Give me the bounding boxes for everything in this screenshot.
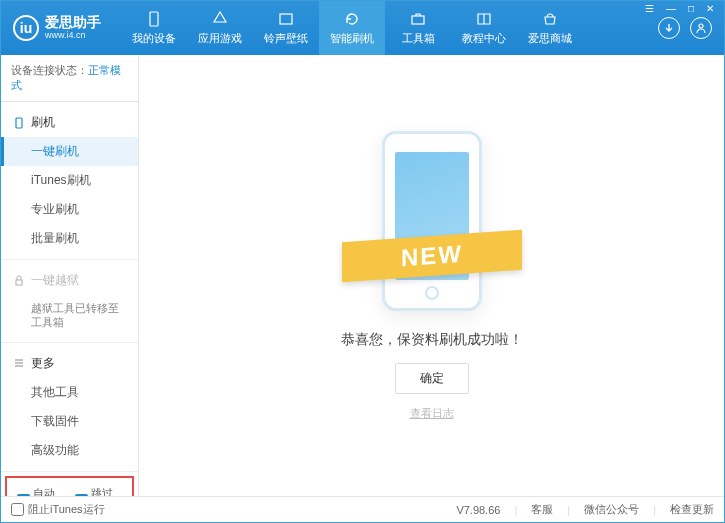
nav-my-device[interactable]: 我的设备 xyxy=(121,1,187,55)
nav-label: 工具箱 xyxy=(402,31,435,46)
cb-label: 阻止iTunes运行 xyxy=(28,502,105,517)
nav-flash[interactable]: 智能刷机 xyxy=(319,1,385,55)
svg-rect-0 xyxy=(150,12,158,26)
checkbox-highlight: 自动激活 跳过向导 xyxy=(5,476,134,496)
checkbox-block-itunes[interactable]: 阻止iTunes运行 xyxy=(11,502,105,517)
toolbox-icon xyxy=(409,10,427,28)
phone-icon xyxy=(145,10,163,28)
lock-icon xyxy=(13,275,25,287)
section-title: 一键越狱 xyxy=(31,272,79,289)
conn-label: 设备连接状态： xyxy=(11,64,88,76)
sidebar-item-oneclick[interactable]: 一键刷机 xyxy=(1,137,138,166)
ok-button[interactable]: 确定 xyxy=(395,363,469,394)
sidebar: 设备连接状态：正常模式 刷机 一键刷机 iTunes刷机 专业刷机 批量刷机 一… xyxy=(1,55,139,496)
brand-url: www.i4.cn xyxy=(45,31,101,41)
section-jailbreak: 一键越狱 xyxy=(1,266,138,295)
phone-icon xyxy=(13,117,25,129)
nav-label: 铃声壁纸 xyxy=(264,31,308,46)
view-log-link[interactable]: 查看日志 xyxy=(410,406,454,421)
section-more[interactable]: 更多 xyxy=(1,349,138,378)
service-link[interactable]: 客服 xyxy=(531,502,553,517)
separator: | xyxy=(653,504,656,516)
download-button[interactable] xyxy=(658,17,680,39)
wechat-link[interactable]: 微信公众号 xyxy=(584,502,639,517)
top-nav: 我的设备 应用游戏 铃声壁纸 智能刷机 工具箱 教程中心 xyxy=(121,1,646,55)
nav-label: 教程中心 xyxy=(462,31,506,46)
user-button[interactable] xyxy=(690,17,712,39)
close-icon[interactable]: ✕ xyxy=(703,3,717,14)
section-title: 刷机 xyxy=(31,114,55,131)
svg-rect-5 xyxy=(16,280,22,285)
separator: | xyxy=(567,504,570,516)
maximize-icon[interactable]: □ xyxy=(685,3,697,14)
svg-point-3 xyxy=(699,24,703,28)
checkbox-skip-guide[interactable]: 跳过向导 xyxy=(75,486,123,496)
connection-status: 设备连接状态：正常模式 xyxy=(1,55,138,102)
refresh-icon xyxy=(343,10,361,28)
nav-label: 我的设备 xyxy=(132,31,176,46)
nav-tutorial[interactable]: 教程中心 xyxy=(451,1,517,55)
cb-label: 跳过向导 xyxy=(91,486,123,496)
svg-rect-2 xyxy=(412,16,424,24)
wallpaper-icon xyxy=(277,10,295,28)
store-icon xyxy=(541,10,559,28)
jailbreak-note: 越狱工具已转移至工具箱 xyxy=(1,295,138,336)
checkbox-auto-activate[interactable]: 自动激活 xyxy=(17,486,65,496)
menu-icon[interactable]: ☰ xyxy=(642,3,657,14)
nav-label: 应用游戏 xyxy=(198,31,242,46)
update-link[interactable]: 检查更新 xyxy=(670,502,714,517)
list-icon xyxy=(13,357,25,369)
nav-store[interactable]: 爱思商城 xyxy=(517,1,583,55)
sidebar-item-other[interactable]: 其他工具 xyxy=(1,378,138,407)
footer: 阻止iTunes运行 V7.98.66 | 客服 | 微信公众号 | 检查更新 xyxy=(1,496,724,522)
section-flash[interactable]: 刷机 xyxy=(1,108,138,137)
section-title: 更多 xyxy=(31,355,55,372)
nav-toolbox[interactable]: 工具箱 xyxy=(385,1,451,55)
sidebar-item-batch[interactable]: 批量刷机 xyxy=(1,224,138,253)
phone-illustration: NEW xyxy=(372,131,492,311)
nav-apps[interactable]: 应用游戏 xyxy=(187,1,253,55)
brand-title: 爱思助手 xyxy=(45,15,101,30)
new-ribbon: NEW xyxy=(342,229,522,282)
sidebar-item-pro[interactable]: 专业刷机 xyxy=(1,195,138,224)
nav-ringtone[interactable]: 铃声壁纸 xyxy=(253,1,319,55)
separator: | xyxy=(514,504,517,516)
version-label: V7.98.66 xyxy=(456,504,500,516)
brand-logo-icon: iu xyxy=(13,15,39,41)
header: iu 爱思助手 www.i4.cn 我的设备 应用游戏 铃声壁纸 智能刷机 xyxy=(1,1,724,55)
nav-label: 智能刷机 xyxy=(330,31,374,46)
apps-icon xyxy=(211,10,229,28)
svg-rect-1 xyxy=(280,14,292,24)
book-icon xyxy=(475,10,493,28)
cb-label: 自动激活 xyxy=(33,486,65,496)
sidebar-item-firmware[interactable]: 下载固件 xyxy=(1,407,138,436)
main-content: NEW 恭喜您，保资料刷机成功啦！ 确定 查看日志 xyxy=(139,55,724,496)
nav-label: 爱思商城 xyxy=(528,31,572,46)
sidebar-item-advanced[interactable]: 高级功能 xyxy=(1,436,138,465)
svg-rect-4 xyxy=(16,118,22,128)
brand: iu 爱思助手 www.i4.cn xyxy=(1,15,121,41)
success-message: 恭喜您，保资料刷机成功啦！ xyxy=(341,331,523,349)
sidebar-item-itunes[interactable]: iTunes刷机 xyxy=(1,166,138,195)
minimize-icon[interactable]: — xyxy=(663,3,679,14)
